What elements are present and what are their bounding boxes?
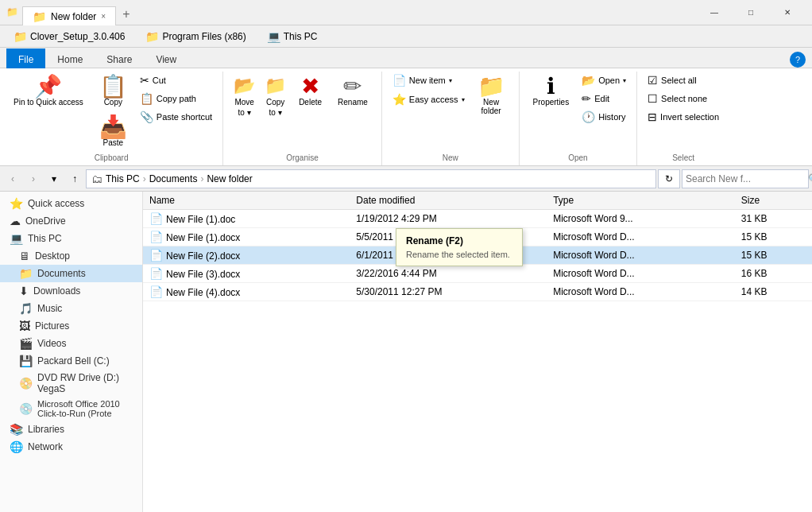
tab-folder-icon: 📁	[33, 10, 46, 23]
copy-to-button[interactable]: 📁 Copy to ▾	[261, 72, 290, 121]
cut-button[interactable]: ✂ Cut	[136, 72, 216, 89]
sidebar-item-this-pc[interactable]: 💻 This PC	[0, 230, 142, 247]
help-button[interactable]: ?	[790, 52, 806, 68]
tab-close-button[interactable]: ×	[101, 12, 106, 21]
sidebar-item-packard-bell[interactable]: 💾 Packard Bell (C:)	[0, 352, 142, 370]
tab-share[interactable]: Share	[95, 48, 144, 68]
col-size[interactable]: Size	[735, 192, 812, 210]
sidebar-item-dvd[interactable]: 📀 DVD RW Drive (D:) VegaS	[0, 370, 142, 397]
new-label: New	[389, 151, 512, 165]
quick-access-bar: 📁 Clover_Setup_3.0.406 📁 Program Files (…	[0, 25, 812, 48]
maximize-button[interactable]: □	[733, 0, 769, 25]
ribbon-tab-bar: File Home Share View ?	[0, 48, 812, 68]
copy-path-button[interactable]: 📋 Copy path	[136, 90, 216, 107]
copy-path-icon: 📋	[140, 92, 153, 105]
properties-label: Properties	[533, 98, 570, 107]
file-type: Microsoft Word D...	[547, 246, 735, 265]
sidebar-item-libraries[interactable]: 📚 Libraries	[0, 421, 142, 438]
qa-label-program-files: Program Files (x86)	[162, 31, 246, 42]
paste-button[interactable]: 📥 Paste	[92, 112, 134, 151]
new-item-button[interactable]: 📄 New item ▾	[389, 72, 469, 89]
close-button[interactable]: ✕	[769, 0, 806, 25]
properties-button[interactable]: ℹ Properties	[526, 72, 577, 111]
select-none-button[interactable]: ☐ Select none	[644, 90, 723, 107]
forward-button[interactable]: ›	[24, 169, 43, 188]
up-button[interactable]: ↑	[65, 169, 84, 188]
col-name[interactable]: Name	[143, 192, 350, 210]
qa-label-this-pc: This PC	[284, 31, 318, 42]
sidebar-item-music[interactable]: 🎵 Music	[0, 300, 142, 317]
clipboard-small-buttons: ✂ Cut 📋 Copy path 📎 Paste shortcut	[136, 72, 216, 126]
file-date: 3/22/2016 4:44 PM	[350, 265, 547, 283]
history-button[interactable]: 🕐 History	[578, 108, 630, 126]
dropdown-button[interactable]: ▾	[44, 169, 64, 188]
tab-label: New folder	[51, 11, 96, 22]
col-type[interactable]: Type	[547, 192, 735, 210]
sidebar-item-videos[interactable]: 🎬 Videos	[0, 335, 142, 352]
sidebar-item-desktop[interactable]: 🖥 Desktop	[0, 247, 142, 265]
qa-item-program-files[interactable]: 📁 Program Files (x86)	[138, 28, 253, 45]
sidebar-item-documents[interactable]: 📁 Documents	[0, 265, 142, 282]
table-row[interactable]: 📄New File (3).docx 3/22/2016 4:44 PM Mic…	[143, 265, 812, 283]
tab-file[interactable]: File	[6, 48, 45, 68]
desktop-icon: 🖥	[19, 250, 30, 262]
refresh-button[interactable]: ↻	[658, 169, 680, 188]
sidebar-item-downloads[interactable]: ⬇ Downloads	[0, 282, 142, 300]
history-icon: 🕐	[582, 111, 595, 123]
col-date[interactable]: Date modified	[350, 192, 547, 210]
back-button[interactable]: ‹	[3, 169, 22, 188]
tab-home[interactable]: Home	[45, 48, 95, 68]
search-input[interactable]	[686, 173, 805, 184]
address-bar[interactable]: 🗂 This PC › Documents › New folder	[86, 169, 656, 188]
delete-button[interactable]: ✖ Delete	[292, 72, 329, 111]
search-box[interactable]: 🔍	[682, 169, 809, 188]
pin-to-quick-access-button[interactable]: 📌 Pin to Quick access	[6, 72, 91, 111]
sidebar-item-quick-access[interactable]: ⭐ Quick access	[0, 195, 142, 212]
select-all-button[interactable]: ☑ Select all	[644, 72, 723, 89]
file-type: Microsoft Word D...	[547, 228, 735, 246]
tooltip-title: Rename (F2)	[406, 235, 512, 246]
copy-button[interactable]: 📋 Copy	[92, 72, 134, 111]
invert-selection-button[interactable]: ⊟ Invert selection	[644, 108, 723, 126]
ms-office-icon: 💿	[19, 402, 33, 415]
easy-access-icon: ⭐	[392, 93, 406, 106]
qa-pc-icon: 💻	[267, 30, 280, 43]
minimize-button[interactable]: —	[696, 0, 733, 25]
sidebar-item-pictures[interactable]: 🖼 Pictures	[0, 317, 142, 335]
sidebar-item-onedrive[interactable]: ☁ OneDrive	[0, 212, 142, 230]
file-name: 📄New File (4).docx	[143, 283, 350, 301]
copy-icon: 📋	[99, 76, 127, 98]
qa-folder-icon: 📁	[14, 30, 27, 43]
main-tab[interactable]: 📁 New folder ×	[22, 6, 116, 25]
new-folder-button[interactable]: 📁 Newfolder	[470, 72, 512, 119]
organise-group-content: 📂 Move to ▾ 📁 Copy to ▾ ✖ Delete ✏ Renam…	[230, 72, 375, 151]
paste-shortcut-button[interactable]: 📎 Paste shortcut	[136, 108, 216, 126]
file-type: Microsoft Word 9...	[547, 210, 735, 228]
move-to-button[interactable]: 📂 Move to ▾	[230, 72, 259, 121]
open-arrow: ▾	[623, 77, 626, 84]
qa-item-this-pc[interactable]: 💻 This PC	[260, 28, 325, 45]
rename-button[interactable]: ✏ Rename	[331, 72, 375, 111]
addr-part-2: Documents	[149, 173, 198, 184]
clipboard-group: 📌 Pin to Quick access 📋 Copy 📥 Paste ✂ C…	[0, 72, 223, 165]
sidebar-item-network[interactable]: 🌐 Network	[0, 438, 142, 456]
new-folder-label: Newfolder	[481, 98, 501, 115]
qa-item-clover[interactable]: 📁 Clover_Setup_3.0.406	[6, 28, 132, 45]
clipboard-group-content: 📌 Pin to Quick access 📋 Copy 📥 Paste ✂ C…	[6, 72, 216, 151]
qa-label-clover: Clover_Setup_3.0.406	[30, 31, 125, 42]
open-button[interactable]: 📂 Open ▾	[578, 72, 630, 89]
file-type: Microsoft Word D...	[547, 283, 735, 301]
easy-access-button[interactable]: ⭐ Easy access ▾	[389, 91, 469, 108]
edit-button[interactable]: ✏ Edit	[578, 90, 630, 107]
tab-view[interactable]: View	[144, 48, 188, 68]
sidebar-item-ms-office[interactable]: 💿 Microsoft Office 2010 Click-to-Run (Pr…	[0, 397, 142, 421]
copy-to-icon: 📁	[265, 76, 286, 96]
file-size: 16 KB	[735, 265, 812, 283]
table-row[interactable]: 📄New File (4).docx 5/30/2011 12:27 PM Mi…	[143, 283, 812, 301]
open-label: Open	[526, 151, 631, 165]
file-area[interactable]: Name Date modified Type Size 📄New File (…	[143, 192, 812, 512]
file-type: Microsoft Word D...	[547, 265, 735, 283]
address-folder-icon: 🗂	[91, 173, 102, 185]
table-row[interactable]: 📄New File (1).doc 1/19/2012 4:29 PM Micr…	[143, 210, 812, 228]
new-tab-button[interactable]: +	[116, 4, 136, 25]
